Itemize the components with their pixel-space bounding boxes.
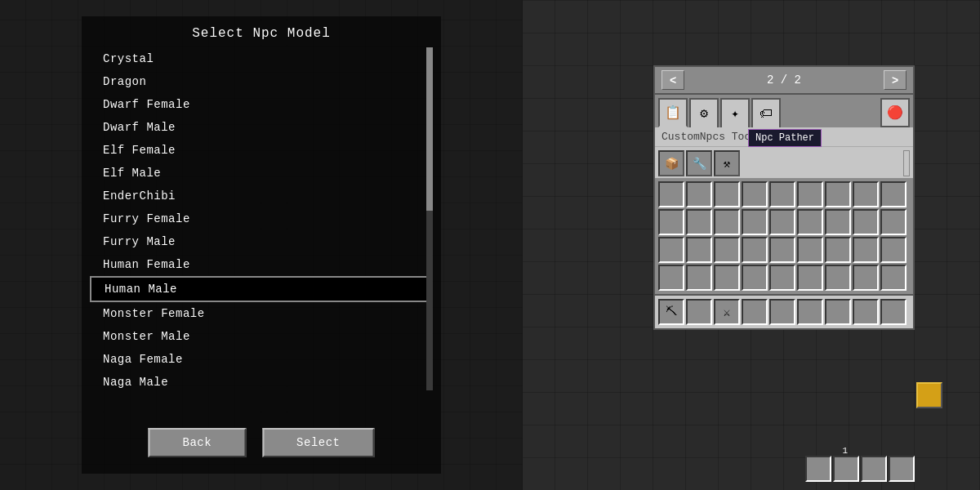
- panel-title: Select Npc Model: [82, 16, 441, 47]
- inv-slot-3-6[interactable]: [797, 237, 823, 263]
- inv-slot-2-7[interactable]: [825, 209, 851, 235]
- tab-clipboard[interactable]: 📋: [658, 98, 688, 127]
- tab-star[interactable]: ✦: [720, 98, 750, 127]
- inv-slot-1-5[interactable]: [769, 181, 795, 207]
- hotbar-slot-9[interactable]: [880, 299, 906, 325]
- tab-row: 📋 ⚙ ✦ 🏷 🔴: [655, 95, 913, 127]
- tool-row-scrollbar[interactable]: [903, 150, 910, 176]
- inv-slot-4-5[interactable]: [769, 265, 795, 291]
- list-item-human-female[interactable]: Human Female: [90, 253, 433, 276]
- list-item-naga-male[interactable]: Naga Male: [90, 371, 433, 390]
- list-item-furry-female[interactable]: Furry Female: [90, 207, 433, 230]
- list-item-elf-male[interactable]: Elf Male: [90, 162, 433, 185]
- inv-slot-1-2[interactable]: [686, 181, 712, 207]
- scrollbar-track: [426, 47, 433, 390]
- npc-list: Crystal Dragon Dwarf Female Dwarf Male E…: [90, 47, 433, 390]
- inv-slot-1-3[interactable]: [714, 181, 740, 207]
- bottom-inventory: [805, 456, 915, 482]
- hotbar-slot-5[interactable]: [769, 299, 795, 325]
- inv-slot-4-8[interactable]: [853, 265, 879, 291]
- select-button[interactable]: Select: [262, 428, 374, 457]
- inv-slot-4-4[interactable]: [742, 265, 768, 291]
- hotbar-slot-8[interactable]: [853, 299, 879, 325]
- hotbar-row: ⛏ ⚔: [655, 294, 913, 328]
- list-item-crystal[interactable]: Crystal: [90, 47, 433, 70]
- inv-slot-3-3[interactable]: [714, 237, 740, 263]
- list-item-furry-male[interactable]: Furry Male: [90, 230, 433, 253]
- tool-slot-1[interactable]: 📦: [658, 150, 684, 176]
- hotbar-slot-3[interactable]: ⚔: [714, 299, 740, 325]
- inv-slot-4-9[interactable]: [880, 265, 906, 291]
- list-item-monster-female[interactable]: Monster Female: [90, 302, 433, 325]
- list-item-human-male[interactable]: Human Male: [90, 276, 433, 302]
- clipboard-icon: 📋: [665, 105, 681, 121]
- inv-slot-4-6[interactable]: [797, 265, 823, 291]
- inv-slot-2-4[interactable]: [742, 209, 768, 235]
- inv-slot-2-2[interactable]: [686, 209, 712, 235]
- inv-slot-4-3[interactable]: [714, 265, 740, 291]
- tag-icon: 🏷: [760, 106, 773, 122]
- list-item-dwarf-female[interactable]: Dwarf Female: [90, 93, 433, 116]
- inv-slot-3-8[interactable]: [853, 237, 879, 263]
- tab-settings[interactable]: ⚙: [689, 98, 719, 127]
- list-item-dwarf-male[interactable]: Dwarf Male: [90, 116, 433, 139]
- hotbar-slot-4[interactable]: [742, 299, 768, 325]
- hotbar-slot-6[interactable]: [797, 299, 823, 325]
- tool-slot-3[interactable]: ⚒ Npc Pather: [714, 150, 740, 176]
- hotbar-slot-1[interactable]: ⛏: [658, 299, 684, 325]
- inv-row-4-with-scroll: [658, 265, 910, 291]
- bottom-slot-4[interactable]: [889, 456, 915, 482]
- inv-slot-3-9[interactable]: [880, 237, 906, 263]
- inv-slot-1-6[interactable]: [797, 181, 823, 207]
- bottom-number: 1: [842, 446, 848, 456]
- inv-slot-2-5[interactable]: [769, 209, 795, 235]
- inv-slot-3-4[interactable]: [742, 237, 768, 263]
- inv-slot-2-3[interactable]: [714, 209, 740, 235]
- inv-row-2: [658, 209, 910, 235]
- inv-slot-4-2[interactable]: [686, 265, 712, 291]
- scrollbar-thumb[interactable]: [426, 47, 433, 211]
- bottom-slot-2[interactable]: [833, 456, 859, 482]
- tab-red-circle[interactable]: 🔴: [880, 98, 910, 127]
- pagination-row: < 2 / 2 >: [655, 67, 913, 95]
- list-item-enderchibi[interactable]: EnderChibi: [90, 185, 433, 207]
- inv-row-1: [658, 181, 910, 207]
- tool-icons-row: 📦 🔧 ⚒ Npc Pather: [655, 147, 913, 178]
- inv-slot-3-2[interactable]: [686, 237, 712, 263]
- inv-slot-1-8[interactable]: [853, 181, 879, 207]
- inv-slot-1-9[interactable]: [880, 181, 906, 207]
- list-item-naga-female[interactable]: Naga Female: [90, 348, 433, 371]
- inv-slot-2-6[interactable]: [797, 209, 823, 235]
- inv-slot-1-4[interactable]: [742, 181, 768, 207]
- inv-row-4: [658, 265, 906, 291]
- inv-scrollbar[interactable]: [908, 265, 910, 291]
- back-button[interactable]: Back: [148, 428, 246, 457]
- inv-slot-2-9[interactable]: [880, 209, 906, 235]
- tab-tag[interactable]: 🏷: [751, 98, 781, 127]
- bottom-slot-3[interactable]: [861, 456, 887, 482]
- inv-slot-3-1[interactable]: [658, 237, 684, 263]
- gold-block[interactable]: [916, 382, 942, 408]
- list-item-elf-female[interactable]: Elf Female: [90, 139, 433, 162]
- inv-slot-1-7[interactable]: [825, 181, 851, 207]
- hotbar-slot-2[interactable]: [686, 299, 712, 325]
- npc-list-container: Crystal Dragon Dwarf Female Dwarf Male E…: [90, 47, 433, 390]
- red-circle-icon: 🔴: [887, 105, 903, 121]
- tool-slot-2[interactable]: 🔧: [686, 150, 712, 176]
- inv-slot-1-1[interactable]: [658, 181, 684, 207]
- inv-slot-4-7[interactable]: [825, 265, 851, 291]
- inv-row-3: [658, 237, 910, 263]
- prev-page-button[interactable]: <: [662, 70, 684, 90]
- npc-model-panel: Select Npc Model Crystal Dragon Dwarf Fe…: [82, 16, 441, 474]
- inv-slot-2-1[interactable]: [658, 209, 684, 235]
- inv-slot-2-8[interactable]: [853, 209, 879, 235]
- bottom-slot-1[interactable]: [805, 456, 831, 482]
- list-item-dragon[interactable]: Dragon: [90, 70, 433, 93]
- list-item-monster-male[interactable]: Monster Male: [90, 325, 433, 348]
- tools-panel: < 2 / 2 > 📋 ⚙ ✦ 🏷 🔴 CustomNpcs Tools 📦 🔧: [653, 65, 915, 330]
- inv-slot-4-1[interactable]: [658, 265, 684, 291]
- inv-slot-3-7[interactable]: [825, 237, 851, 263]
- inv-slot-3-5[interactable]: [769, 237, 795, 263]
- hotbar-slot-7[interactable]: [825, 299, 851, 325]
- next-page-button[interactable]: >: [884, 70, 906, 90]
